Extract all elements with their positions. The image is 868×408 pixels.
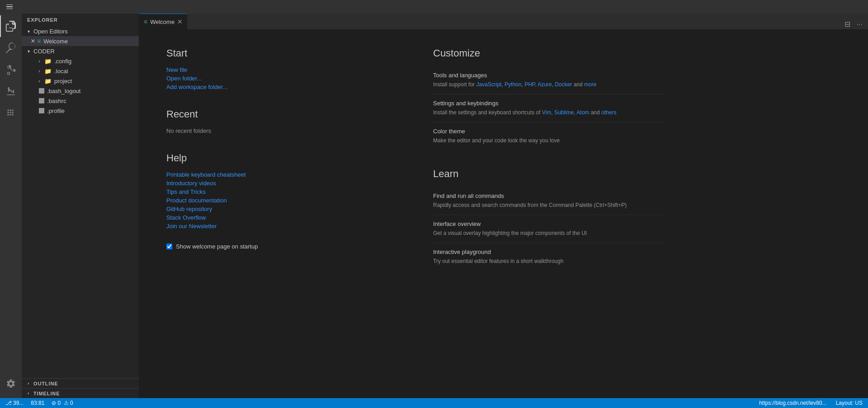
others-link[interactable]: others xyxy=(601,109,616,116)
open-editors-label: Open Editors xyxy=(33,28,68,35)
learn-section: Learn Find and run all commands Rapidly … xyxy=(433,168,664,271)
introductory-videos-link[interactable]: Introductory videos xyxy=(166,180,397,187)
keyboard-cheatsheet-link[interactable]: Printable keyboard cheatsheet xyxy=(166,171,397,178)
folder-icon-config: 📁 xyxy=(44,58,52,65)
customize-section: Customize Tools and languages Install su… xyxy=(433,47,664,150)
title-bar xyxy=(0,0,868,14)
hamburger-menu[interactable] xyxy=(5,3,14,11)
more-actions-button[interactable]: ··· xyxy=(855,19,864,29)
tree-item-profile[interactable]: .profile xyxy=(22,106,139,116)
vim-link[interactable]: Vim xyxy=(542,109,551,116)
project-chevron: › xyxy=(36,79,42,84)
editor-area: ≡ Welcome ✕ ⊟ ··· Start New file Open fo… xyxy=(139,14,868,398)
sidebar-header: Explorer xyxy=(22,14,139,26)
status-bar: ⎇ 39... 83:81 ⊘ 0 ⚠ 0 https://blog.csdn.… xyxy=(0,398,868,408)
recent-title: Recent xyxy=(166,108,397,120)
config-chevron: › xyxy=(36,59,42,64)
outline-chevron: › xyxy=(25,381,32,386)
more-tools-link[interactable]: more xyxy=(584,81,596,88)
learn-title: Learn xyxy=(433,168,664,180)
interface-overview-title: Interface overview xyxy=(433,220,664,227)
branch-icon: ⎇ xyxy=(5,400,12,406)
tab-welcome[interactable]: ≡ Welcome ✕ xyxy=(139,14,188,29)
tools-languages-item: Tools and languages Install support for … xyxy=(433,66,664,94)
stack-overflow-link[interactable]: Stack Overflow xyxy=(166,214,397,221)
start-title: Start xyxy=(166,47,397,59)
position-label: 83:81 xyxy=(31,400,44,406)
welcome-content: Start New file Open folder... Add worksp… xyxy=(166,47,664,271)
sidebar: Explorer ▾ Open Editors ✕ ≡ Welcome ▾ xyxy=(22,14,139,398)
layout-status[interactable]: Layout: US xyxy=(834,398,864,408)
github-repo-link[interactable]: GitHub repository xyxy=(166,206,397,212)
tips-tricks-link[interactable]: Tips and Tricks xyxy=(166,188,397,195)
tree-item-bash-logout[interactable]: .bash_logout xyxy=(22,86,139,96)
new-file-link[interactable]: New file xyxy=(166,66,397,73)
open-editors-section: ▾ Open Editors ✕ ≡ Welcome xyxy=(22,26,139,46)
interactive-playground-desc: Try out essential editor features in a s… xyxy=(433,257,664,265)
coder-header[interactable]: ▾ CODER xyxy=(22,46,139,56)
no-recent-folders: No recent folders xyxy=(166,127,397,134)
tree-item-project[interactable]: › 📁 project xyxy=(22,76,139,86)
tree-item-config[interactable]: › 📁 .config xyxy=(22,56,139,66)
position-status[interactable]: 83:81 xyxy=(29,398,46,408)
warning-icon: ⚠ xyxy=(64,400,69,406)
branch-status[interactable]: ⎇ 39... xyxy=(4,398,25,408)
folder-icon-project: 📁 xyxy=(44,78,52,84)
javascript-link[interactable]: JavaScript xyxy=(476,81,501,88)
azure-link[interactable]: Azure xyxy=(538,81,552,88)
outline-section[interactable]: › Outline xyxy=(22,378,139,388)
find-run-commands-title: Find and run all commands xyxy=(433,192,664,199)
timeline-section[interactable]: › Timeline xyxy=(22,388,139,398)
errors-status[interactable]: ⊘ 0 ⚠ 0 xyxy=(50,398,75,408)
open-editors-header[interactable]: ▾ Open Editors xyxy=(22,26,139,36)
tree-item-local[interactable]: › 📁 .local xyxy=(22,66,139,76)
activity-bar-item-extensions[interactable] xyxy=(0,102,22,124)
remote-link[interactable]: https://blog.csdn.net/lev80... xyxy=(757,398,828,408)
local-chevron: › xyxy=(36,69,42,74)
sublime-link[interactable]: Sublime xyxy=(554,109,574,116)
open-folder-link[interactable]: Open folder... xyxy=(166,75,397,82)
startup-checkbox-label[interactable]: Show welcome page on startup xyxy=(176,243,258,250)
activity-bar-item-explorer[interactable] xyxy=(0,15,22,37)
split-editor-button[interactable]: ⊟ xyxy=(843,19,852,29)
tab-welcome-close[interactable]: ✕ xyxy=(177,18,183,25)
color-theme-item: Color theme Make the editor and your cod… xyxy=(433,122,664,150)
open-editors-chevron: ▾ xyxy=(25,29,32,34)
left-column: Start New file Open folder... Add worksp… xyxy=(166,47,397,271)
tools-languages-title: Tools and languages xyxy=(433,72,664,79)
color-theme-desc: Make the editor and your code look the w… xyxy=(433,136,664,145)
product-docs-link[interactable]: Product documentation xyxy=(166,197,397,204)
open-editor-welcome[interactable]: ✕ ≡ Welcome xyxy=(22,36,139,46)
error-count: 0 xyxy=(57,400,61,406)
tree-item-label: .bash_logout xyxy=(47,88,80,94)
help-section: Help Printable keyboard cheatsheet Intro… xyxy=(166,152,397,250)
warning-count: 0 xyxy=(70,400,73,406)
customize-title: Customize xyxy=(433,47,664,59)
coder-section: ▾ CODER › 📁 .config › 📁 .local › 📁 proje… xyxy=(22,46,139,116)
tools-languages-desc: Install support for JavaScript, Python, … xyxy=(433,80,664,89)
file-icon-profile xyxy=(39,108,44,113)
interface-overview-item: Interface overview Get a visual overlay … xyxy=(433,215,664,243)
outline-label: Outline xyxy=(33,381,58,386)
color-theme-title: Color theme xyxy=(433,128,664,135)
tab-bar: ≡ Welcome ✕ ⊟ ··· xyxy=(139,14,868,29)
php-link[interactable]: PHP xyxy=(524,81,535,88)
tab-close-welcome[interactable]: ✕ xyxy=(31,38,35,44)
activity-bar-item-search[interactable] xyxy=(0,37,22,59)
tree-item-bashrc[interactable]: .bashrc xyxy=(22,96,139,106)
newsletter-link[interactable]: Join our Newsletter xyxy=(166,223,397,230)
atom-link[interactable]: Atom xyxy=(576,109,589,116)
activity-bar-item-source-control[interactable] xyxy=(0,59,22,80)
status-bar-right: https://blog.csdn.net/lev80... Layout: U… xyxy=(757,398,864,408)
tree-item-label: .config xyxy=(54,58,71,65)
startup-checkbox[interactable] xyxy=(166,244,172,249)
app-body: Explorer ▾ Open Editors ✕ ≡ Welcome ▾ xyxy=(0,14,868,398)
folder-icon-local: 📁 xyxy=(44,68,52,75)
timeline-label: Timeline xyxy=(33,391,60,396)
python-link[interactable]: Python xyxy=(505,81,521,88)
activity-bar-item-run-debug[interactable] xyxy=(0,80,22,102)
add-workspace-link[interactable]: Add workspace folder... xyxy=(166,84,397,90)
activity-bar-item-settings[interactable] xyxy=(0,373,22,394)
tab-welcome-label: Welcome xyxy=(150,19,175,25)
docker-link[interactable]: Docker xyxy=(555,81,572,88)
